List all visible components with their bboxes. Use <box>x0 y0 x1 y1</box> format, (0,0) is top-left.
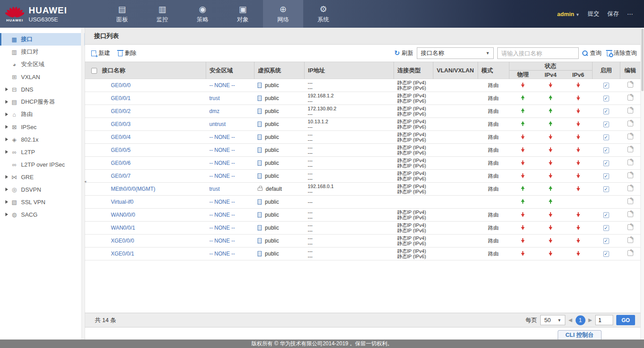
expand-arrow-icon[interactable] <box>5 213 8 216</box>
select-all-checkbox[interactable] <box>91 68 97 74</box>
edit-icon[interactable] <box>627 250 633 256</box>
security-zone-link[interactable]: dmz <box>209 108 220 114</box>
nav-item[interactable]: ▤ 面板 <box>102 0 142 28</box>
sidebar-item-接口[interactable]: ▦ 接口 <box>0 33 85 46</box>
interface-name-link[interactable]: GE0/0/5 <box>111 147 131 153</box>
enable-checkbox[interactable] <box>603 96 609 101</box>
nav-item[interactable]: ▣ 对象 <box>223 0 263 28</box>
cli-console-tab[interactable]: CLI 控制台 <box>558 330 602 340</box>
interface-name-link[interactable]: GE0/0/6 <box>111 160 131 166</box>
submit-button[interactable]: 提交 <box>588 10 599 18</box>
scrollbar-thumb[interactable] <box>641 29 644 91</box>
enable-checkbox[interactable] <box>603 160 609 166</box>
nav-item[interactable]: ⚙ 系统 <box>303 0 343 28</box>
interface-name-link[interactable]: GE0/0/7 <box>111 173 131 179</box>
edit-icon[interactable] <box>627 198 633 204</box>
expand-arrow-icon[interactable] <box>5 188 8 191</box>
enable-checkbox[interactable] <box>603 173 609 179</box>
sidebar-item-DHCP服务器[interactable]: ▤ DHCP服务器 <box>0 96 85 108</box>
refresh-button[interactable]: ↻ 刷新 <box>394 49 413 57</box>
more-menu-icon[interactable]: ⋯ <box>627 10 634 17</box>
enable-checkbox[interactable] <box>603 238 609 244</box>
search-input[interactable] <box>497 47 579 59</box>
save-button[interactable]: 保存 <box>607 10 619 18</box>
sidebar-item-GRE[interactable]: ⋈ GRE <box>0 171 85 183</box>
enable-checkbox[interactable] <box>603 147 609 153</box>
sidebar-item-802.1x[interactable]: ◈ 802.1x <box>0 133 85 146</box>
security-zone-link[interactable]: -- NONE -- <box>209 212 235 218</box>
enable-checkbox[interactable] <box>603 186 609 192</box>
edit-icon[interactable] <box>627 134 633 139</box>
interface-name-link[interactable]: WAN0/0/0 <box>111 212 135 218</box>
enable-checkbox[interactable] <box>603 134 609 140</box>
goto-page-input[interactable] <box>595 315 613 325</box>
edit-icon[interactable] <box>627 237 633 243</box>
new-button[interactable]: 新建 <box>91 49 110 57</box>
security-zone-link[interactable]: untrust <box>209 121 226 127</box>
sidebar-collapse-handle[interactable]: ◂ <box>83 175 87 188</box>
expand-arrow-icon[interactable] <box>5 200 8 204</box>
clear-query-button[interactable]: 清除查询 <box>607 49 637 57</box>
expand-arrow-icon[interactable] <box>5 125 8 129</box>
nav-item[interactable]: ▥ 监控 <box>142 0 182 28</box>
interface-name-link[interactable]: MEth0/0/0(MGMT) <box>111 186 155 192</box>
sidebar-item-IPSec[interactable]: ⊠ IPSec <box>0 121 85 133</box>
sidebar-item-接口对[interactable]: ▥ 接口对 <box>0 46 85 58</box>
sidebar-item-L2TP[interactable]: ∞ L2TP <box>0 146 85 158</box>
interface-name-link[interactable]: GE0/0/2 <box>111 108 131 114</box>
delete-button[interactable]: 删除 <box>118 49 136 57</box>
per-page-select[interactable]: 50 ▼ <box>540 315 565 325</box>
security-zone-link[interactable]: -- NONE -- <box>209 173 235 179</box>
edit-icon[interactable] <box>627 185 633 191</box>
interface-name-link[interactable]: GE0/0/0 <box>111 82 131 88</box>
edit-icon[interactable] <box>627 224 633 230</box>
sidebar-item-DSVPN[interactable]: ◎ DSVPN <box>0 183 85 196</box>
page-scrollbar[interactable] <box>640 28 644 340</box>
expand-arrow-icon[interactable] <box>5 138 8 141</box>
security-zone-link[interactable]: -- NONE -- <box>209 251 235 257</box>
go-button[interactable]: GO <box>616 315 635 325</box>
interface-name-link[interactable]: Virtual-if0 <box>111 199 133 205</box>
interface-name-link[interactable]: GE0/0/3 <box>111 121 131 127</box>
edit-icon[interactable] <box>627 172 633 178</box>
edit-icon[interactable] <box>627 147 633 152</box>
security-zone-link[interactable]: -- NONE -- <box>209 134 235 140</box>
sidebar-item-SSL VPN[interactable]: ▧ SSL VPN <box>0 196 85 208</box>
enable-checkbox[interactable] <box>603 122 609 127</box>
security-zone-link[interactable]: trust <box>209 95 220 101</box>
edit-icon[interactable] <box>627 95 633 101</box>
edit-icon[interactable] <box>627 82 633 88</box>
next-page-icon[interactable]: ▶ <box>589 317 592 323</box>
interface-name-link[interactable]: GE0/0/1 <box>111 95 131 101</box>
sidebar-item-SACG[interactable]: ◍ SACG <box>0 208 85 221</box>
security-zone-link[interactable]: -- NONE -- <box>209 238 235 244</box>
security-zone-link[interactable]: trust <box>209 186 220 192</box>
user-menu[interactable]: admin▼ <box>557 10 580 18</box>
edit-icon[interactable] <box>627 159 633 165</box>
edit-icon[interactable] <box>627 108 633 113</box>
interface-name-link[interactable]: GE0/0/4 <box>111 134 131 140</box>
edit-icon[interactable] <box>627 211 633 217</box>
expand-arrow-icon[interactable] <box>5 88 8 91</box>
expand-arrow-icon[interactable] <box>5 100 8 104</box>
sidebar-item-L2TP over IPSec[interactable]: ∞ L2TP over IPSec <box>0 158 85 171</box>
enable-checkbox[interactable] <box>603 251 609 257</box>
sidebar-item-路由[interactable]: ⌂ 路由 <box>0 108 85 121</box>
sidebar-item-安全区域[interactable]: ◕ 安全区域 <box>0 58 85 71</box>
prev-page-icon[interactable]: ◀ <box>568 317 572 323</box>
interface-name-link[interactable]: XGE0/0/1 <box>111 251 134 257</box>
interface-name-link[interactable]: WAN0/0/1 <box>111 225 135 231</box>
edit-icon[interactable] <box>627 121 633 126</box>
expand-arrow-icon[interactable] <box>5 175 8 179</box>
security-zone-link[interactable]: -- NONE -- <box>209 199 235 205</box>
interface-name-link[interactable]: XGE0/0/0 <box>111 238 134 244</box>
expand-arrow-icon[interactable] <box>5 150 8 154</box>
enable-checkbox[interactable] <box>603 225 609 231</box>
nav-item[interactable]: ◉ 策略 <box>182 0 223 28</box>
sidebar-item-DNS[interactable]: ⊟ DNS <box>0 83 85 96</box>
expand-arrow-icon[interactable] <box>5 113 8 116</box>
enable-checkbox[interactable] <box>603 212 609 218</box>
current-page-button[interactable]: 1 <box>576 315 585 325</box>
sidebar-item-VXLAN[interactable]: ⊞ VXLAN <box>0 71 85 83</box>
security-zone-link[interactable]: -- NONE -- <box>209 147 235 153</box>
